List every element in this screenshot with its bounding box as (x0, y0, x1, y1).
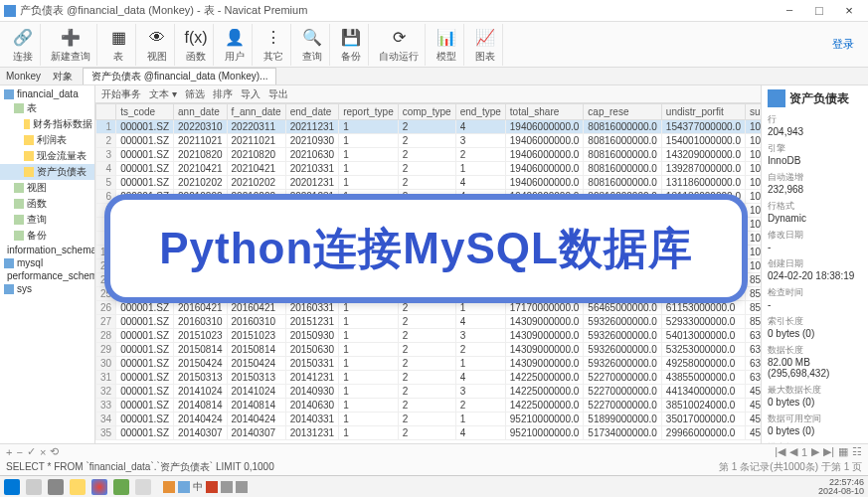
tree-利润表[interactable]: 利润表 (0, 132, 94, 148)
col-[interactable] (96, 104, 116, 120)
table-row[interactable]: 29000001.SZ20150814201508142015063012214… (96, 343, 762, 357)
prop-label: 最大数据长度 (768, 384, 862, 397)
nav-add[interactable]: + (6, 446, 12, 458)
ribbon-图表[interactable]: 📈图表 (468, 24, 503, 66)
tb-导出[interactable]: 导出 (268, 87, 288, 101)
tree-sys[interactable]: sys (0, 282, 94, 295)
active-tab[interactable]: 资产负债表 @financial_data (Monkey)... (83, 68, 276, 84)
tree-现金流量表[interactable]: 现金流量表 (0, 148, 94, 164)
col-report_type[interactable]: report_type (339, 104, 399, 120)
tray-icon-1[interactable] (163, 481, 175, 493)
table-row[interactable]: 3000001.SZ202108202021082020210630122194… (96, 148, 762, 162)
col-end_date[interactable]: end_date (285, 104, 339, 120)
nav-first[interactable]: |◀ (775, 445, 785, 458)
ribbon-label: 视图 (147, 50, 167, 64)
nav-x[interactable]: × (40, 446, 46, 458)
tb-文本 ▾[interactable]: 文本 ▾ (149, 87, 177, 101)
nav-del[interactable]: − (16, 446, 22, 458)
col-f_ann_date[interactable]: f_ann_date (227, 104, 285, 120)
app-icon-2[interactable] (135, 479, 151, 495)
cell: 14309000000.0 (505, 315, 584, 329)
col-comp_type[interactable]: comp_type (398, 104, 455, 120)
col-surplus_rese[interactable]: surplus_rese (745, 104, 761, 120)
tree-资产负债表[interactable]: 资产负债表 (0, 164, 94, 180)
nav-last[interactable]: ▶| (823, 445, 834, 458)
cell: 63340000000.0 (745, 371, 761, 385)
table-row[interactable]: 2000001.SZ202110212021102120210930123194… (96, 134, 762, 148)
login-link[interactable]: 登录 (832, 37, 862, 52)
ime-indicator[interactable]: 中 (193, 480, 203, 494)
nav-next[interactable]: ▶ (811, 445, 819, 458)
table-row[interactable]: 4000001.SZ202104212021042120210331121194… (96, 162, 762, 176)
table-row[interactable]: 28000001.SZ20151023201510232015093012314… (96, 329, 762, 343)
tray-volume-icon[interactable] (236, 481, 248, 493)
ribbon-视图[interactable]: 👁视图 (140, 24, 175, 66)
tray-icon-3[interactable] (206, 481, 218, 493)
table-row[interactable]: 27000001.SZ20160310201603102015123112414… (96, 315, 762, 329)
minimize-button[interactable]: − (775, 3, 804, 18)
table-row[interactable]: 5000001.SZ202102022021020220201231124194… (96, 176, 762, 190)
tree-financial_data[interactable]: financial_data (0, 87, 94, 100)
taskview-icon[interactable] (48, 479, 64, 495)
ribbon-用户[interactable]: 👤用户 (218, 24, 253, 66)
tree-备份[interactable]: 备份 (0, 228, 94, 244)
chrome-icon[interactable] (91, 479, 107, 495)
search-icon[interactable] (26, 479, 42, 495)
ribbon-函数[interactable]: f(x)函数 (179, 24, 214, 66)
tree-mysql[interactable]: mysql (0, 256, 94, 269)
tree-查询[interactable]: 查询 (0, 212, 94, 228)
breadcrumb-root[interactable]: Monkey (0, 71, 47, 82)
col-end_type[interactable]: end_type (455, 104, 505, 120)
app-icon-1[interactable] (113, 479, 129, 495)
col-ann_date[interactable]: ann_date (174, 104, 228, 120)
table-row[interactable]: 33000001.SZ20140814201408142014063012214… (96, 399, 762, 413)
properties-panel: 资产负债表 行204,943引擎InnoDB自动递增232,968行格式Dyna… (761, 85, 868, 463)
table-row[interactable]: 35000001.SZ20140307201403072013123112495… (96, 426, 762, 440)
ribbon-表[interactable]: ▦表 (101, 24, 136, 66)
breadcrumb-obj[interactable]: 对象 (47, 70, 79, 83)
tree-财务指标数据[interactable]: 财务指标数据 (0, 116, 94, 132)
col-undistr_porfit[interactable]: undistr_porfit (661, 104, 745, 120)
tree-performance_schema[interactable]: performance_schema (0, 269, 94, 282)
tb-导入[interactable]: 导入 (241, 87, 260, 101)
tree-函数[interactable]: 函数 (0, 196, 94, 212)
tree-表[interactable]: 表 (0, 100, 94, 116)
tb-排序[interactable]: 排序 (213, 87, 233, 101)
ribbon-备份[interactable]: 💾备份 (334, 24, 369, 66)
start-button[interactable] (4, 479, 20, 495)
maximize-button[interactable]: □ (804, 3, 834, 18)
cell: 20150814 (174, 343, 228, 357)
tree-information_schema[interactable]: information_schema (0, 244, 94, 256)
overlay-banner: Python连接MySQL数据库 (104, 194, 748, 303)
close-button[interactable]: × (834, 3, 864, 18)
table-row[interactable]: 34000001.SZ20140424201404242014033112195… (96, 413, 762, 426)
ribbon-label: 连接 (13, 50, 33, 64)
tree-视图[interactable]: 视图 (0, 180, 94, 196)
col-total_share[interactable]: total_share (505, 104, 584, 120)
tb-筛选[interactable]: 筛选 (185, 87, 205, 101)
tray-wifi-icon[interactable] (221, 481, 233, 493)
ribbon-模型[interactable]: 📊模型 (430, 24, 464, 66)
table-row[interactable]: 31000001.SZ20150313201503132014123112414… (96, 371, 762, 385)
ribbon-连接[interactable]: 🔗连接 (6, 24, 41, 66)
ribbon-其它[interactable]: ⋮其它 (257, 24, 291, 66)
nav-prev[interactable]: ◀ (789, 445, 797, 458)
nav-check[interactable]: ✓ (27, 445, 36, 458)
nav-grid-icon[interactable]: ▦ (838, 445, 848, 458)
explorer-icon[interactable] (70, 479, 86, 495)
nav-refresh[interactable]: ⟲ (50, 445, 59, 458)
ribbon-新建查询[interactable]: ➕新建查询 (45, 24, 97, 66)
cell: 3 (96, 148, 116, 162)
tray-icon-2[interactable] (178, 481, 190, 493)
ribbon-查询[interactable]: 🔍查询 (295, 24, 330, 66)
tb-开始事务[interactable]: 开始事务 (101, 87, 141, 101)
ribbon-自动运行[interactable]: ⟳自动运行 (373, 24, 426, 66)
col-cap_rese[interactable]: cap_rese (584, 104, 662, 120)
table-row[interactable]: 32000001.SZ20141024201410242014093012314… (96, 385, 762, 399)
table-row[interactable]: 1000001.SZ202203102022031120211231124194… (96, 120, 762, 134)
nav-page[interactable]: 1 (801, 446, 807, 458)
table-row[interactable]: 30000001.SZ20150424201504242015033112114… (96, 357, 762, 371)
nav-form-icon[interactable]: ☷ (852, 445, 862, 458)
taskbar-clock[interactable]: 22:57:46 2024-08-10 (818, 478, 864, 496)
col-ts_code[interactable]: ts_code (116, 104, 174, 120)
